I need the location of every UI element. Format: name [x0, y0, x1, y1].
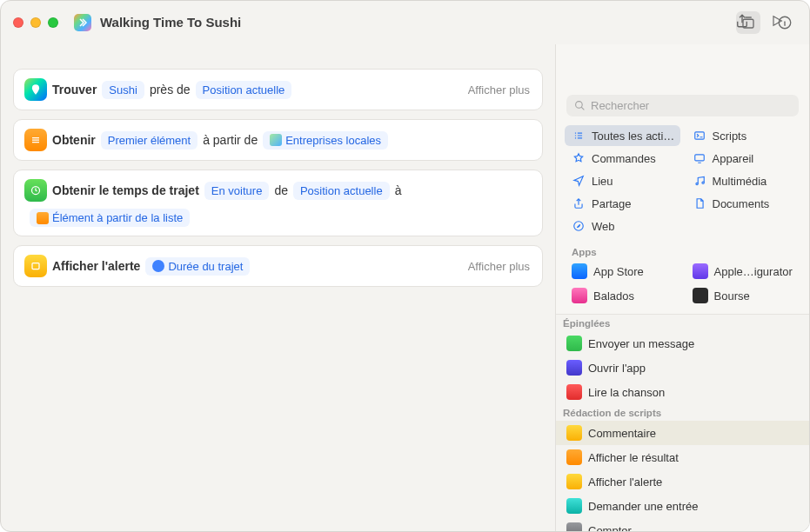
- category-web[interactable]: Web: [565, 216, 680, 236]
- category-media[interactable]: Multimédia: [686, 170, 801, 191]
- maps-mini-icon: [270, 134, 282, 146]
- safari-icon: [572, 219, 586, 233]
- category-location[interactable]: Lieu: [565, 170, 680, 191]
- chip-current-location[interactable]: Position actuelle: [293, 182, 390, 200]
- search-input[interactable]: Rechercher: [566, 95, 799, 116]
- location-icon: [572, 174, 586, 188]
- doc-icon: [693, 196, 706, 210]
- info-button[interactable]: [773, 11, 797, 34]
- pinned-play-song[interactable]: Lire la chanson: [556, 380, 809, 404]
- close-window-button[interactable]: [13, 17, 23, 28]
- svg-rect-6: [694, 155, 704, 161]
- editor-canvas[interactable]: Trouver Sushi près de Position actuelle …: [1, 44, 555, 531]
- text-from: de: [274, 183, 288, 197]
- action-get-item[interactable]: Obtenir Premier élément à partir de Entr…: [13, 119, 543, 161]
- svg-rect-1: [32, 263, 39, 269]
- list-icon: [572, 129, 586, 143]
- scripting-mini-icon: [37, 212, 49, 224]
- chip-first-item[interactable]: Premier élément: [101, 131, 197, 150]
- scripts-header: Rédaction de scripts: [556, 404, 809, 421]
- scripting-icon: [24, 129, 47, 151]
- action-verb: Obtenir: [52, 133, 96, 147]
- pinned-send-message[interactable]: Envoyer un message: [556, 331, 809, 356]
- chip-driving[interactable]: En voiture: [204, 182, 270, 200]
- svg-rect-2: [743, 19, 753, 28]
- minimize-window-button[interactable]: [30, 17, 41, 28]
- music-icon: [693, 174, 706, 188]
- action-verb: Afficher l'alerte: [52, 259, 140, 273]
- show-more-button[interactable]: Afficher plus: [468, 83, 530, 96]
- display-icon: [693, 151, 706, 165]
- open-app-icon: [566, 360, 582, 376]
- chip-local-businesses[interactable]: Entreprises locales: [263, 131, 388, 150]
- svg-point-4: [576, 102, 583, 109]
- action-ask-input[interactable]: Demander une entrée: [556, 494, 809, 518]
- duration-mini-icon: [152, 260, 164, 272]
- input-icon: [566, 498, 582, 514]
- music-app-icon: [566, 384, 582, 400]
- clock-icon: [24, 179, 47, 202]
- search-icon: [574, 100, 586, 111]
- category-all-actions[interactable]: Toutes les acti…: [565, 125, 680, 146]
- alert-icon: [24, 255, 47, 277]
- apps-panel: Apps App Store Apple…igurator Balados Bo…: [556, 243, 809, 314]
- actions-list[interactable]: Épinglées Envoyer un message Ouvrir l'ap…: [556, 314, 809, 531]
- category-documents[interactable]: Documents: [686, 193, 801, 214]
- category-scripts[interactable]: Scripts: [686, 125, 801, 146]
- svg-rect-5: [694, 132, 704, 139]
- action-show-result[interactable]: Afficher le résultat: [556, 445, 809, 469]
- app-podcasts[interactable]: Balados: [565, 284, 680, 307]
- terminal-icon: [693, 129, 706, 143]
- category-device[interactable]: Appareil: [686, 148, 801, 169]
- action-show-alert[interactable]: Afficher l'alerte: [556, 469, 809, 494]
- search-placeholder: Rechercher: [591, 99, 649, 112]
- star-icon: [572, 151, 586, 165]
- chip-search-term[interactable]: Sushi: [102, 81, 144, 99]
- show-more-button[interactable]: Afficher plus: [468, 260, 530, 273]
- pinned-header: Épinglées: [556, 315, 809, 331]
- action-count[interactable]: Compter: [556, 518, 809, 531]
- chip-list-item[interactable]: Élément à partir de la liste: [30, 209, 190, 227]
- stocks-icon: [693, 288, 708, 303]
- traffic-lights: [13, 17, 58, 28]
- alert-list-icon: [566, 474, 582, 489]
- chip-travel-duration[interactable]: Durée du trajet: [145, 257, 250, 276]
- pinned-open-app[interactable]: Ouvrir l'app: [556, 356, 809, 380]
- svg-point-7: [695, 183, 697, 184]
- shortcut-app-icon: [74, 14, 91, 31]
- text-to: à: [395, 183, 402, 197]
- appstore-icon: [572, 263, 587, 279]
- action-travel-time[interactable]: Obtenir le temps de trajet En voiture de…: [13, 170, 543, 236]
- category-sharing[interactable]: Partage: [565, 193, 680, 214]
- zoom-window-button[interactable]: [48, 17, 58, 28]
- app-appstore[interactable]: App Store: [565, 260, 680, 283]
- apps-header: Apps: [565, 243, 800, 260]
- text-from: à partir de: [203, 133, 258, 147]
- library-toggle-button[interactable]: [736, 11, 760, 34]
- app-configurator[interactable]: Apple…igurator: [686, 260, 801, 283]
- app-stocks[interactable]: Bourse: [686, 284, 801, 307]
- maps-icon: [24, 78, 47, 101]
- svg-point-8: [701, 182, 703, 183]
- text-near: près de: [150, 83, 191, 96]
- action-comment[interactable]: Commentaire: [556, 421, 809, 445]
- messages-icon: [566, 336, 582, 351]
- action-find-places[interactable]: Trouver Sushi près de Position actuelle …: [13, 69, 543, 110]
- category-grid: Toutes les acti… Scripts Commandes Appar…: [556, 122, 809, 243]
- sidebar: Rechercher Toutes les acti… Scripts Comm…: [555, 44, 809, 531]
- configurator-icon: [693, 263, 708, 279]
- podcasts-icon: [572, 288, 587, 303]
- category-suggestions[interactable]: Commandes: [565, 148, 680, 169]
- action-verb: Obtenir le temps de trajet: [52, 183, 199, 197]
- share-icon: [572, 196, 586, 210]
- comment-icon: [566, 425, 582, 441]
- count-icon: [566, 522, 582, 531]
- app-window: Walking Time To Sushi Trouver Sushi prè: [0, 0, 810, 532]
- action-show-alert[interactable]: Afficher l'alerte Durée du trajet Affich…: [13, 245, 543, 287]
- shortcut-title: Walking Time To Sushi: [100, 15, 241, 30]
- chip-current-location[interactable]: Position actuelle: [196, 81, 292, 99]
- action-verb: Trouver: [52, 83, 97, 96]
- result-icon: [566, 449, 582, 465]
